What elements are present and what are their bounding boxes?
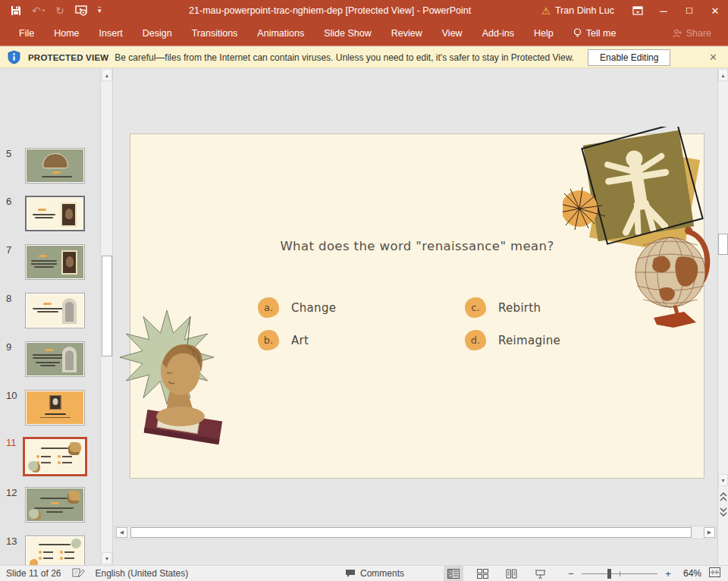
language-indicator[interactable]: English (United States) bbox=[96, 568, 189, 579]
tab-design[interactable]: Design bbox=[133, 21, 182, 46]
tab-view[interactable]: View bbox=[432, 21, 472, 46]
statusbar: Slide 11 of 26 English (United States) C… bbox=[0, 565, 728, 581]
tab-insert[interactable]: Insert bbox=[89, 21, 133, 46]
scroll-down-icon[interactable]: ▼ bbox=[718, 474, 728, 486]
statusbar-left: Slide 11 of 26 English (United States) bbox=[0, 567, 188, 580]
slide-number: 11 bbox=[6, 437, 17, 448]
slide-number: 10 bbox=[6, 390, 17, 401]
titlebar-right: ⚠ Tran Dinh Luc ─ ☐ ✕ bbox=[531, 0, 728, 21]
quick-access-toolbar: ↶▾ ↻ ▾– bbox=[0, 4, 129, 17]
account-name: Tran Dinh Luc bbox=[555, 5, 614, 16]
option-text: Rebirth bbox=[498, 301, 541, 315]
reading-view-button[interactable] bbox=[501, 566, 521, 581]
tab-addins[interactable]: Add-ins bbox=[472, 21, 524, 46]
slide-sorter-view-button[interactable] bbox=[472, 566, 492, 581]
customize-quick-access-icon[interactable]: ▾– bbox=[98, 4, 102, 17]
slide-number: 8 bbox=[6, 293, 11, 304]
slide-number: 13 bbox=[6, 535, 17, 547]
normal-view-button[interactable] bbox=[444, 566, 463, 581]
spellcheck-icon[interactable] bbox=[72, 567, 85, 580]
horizontal-scrollbar[interactable]: ◀ ▶ bbox=[115, 526, 717, 539]
slide-number: 7 bbox=[6, 244, 11, 256]
slide-number: 9 bbox=[6, 341, 11, 353]
thumb-scroll-thumb[interactable] bbox=[102, 256, 112, 356]
tell-me-box[interactable]: Tell me bbox=[563, 21, 626, 46]
maximize-button[interactable]: ☐ bbox=[676, 0, 702, 21]
comments-label: Comments bbox=[360, 568, 404, 579]
ribbon-tabs: File Home Insert Design Transitions Anim… bbox=[0, 21, 728, 46]
zoom-slider-thumb[interactable] bbox=[607, 569, 611, 579]
comments-button[interactable]: Comments bbox=[345, 568, 404, 579]
option-letter-badge: b. bbox=[258, 330, 279, 350]
undo-icon: ↶▾ bbox=[32, 4, 45, 17]
zoom-controls: − + bbox=[566, 568, 673, 579]
save-icon[interactable] bbox=[11, 4, 21, 17]
vertical-scroll-thumb[interactable] bbox=[718, 234, 728, 255]
option-letter-badge: d. bbox=[465, 330, 486, 350]
account-warning-icon: ⚠ bbox=[541, 6, 551, 16]
redo-icon: ↻ bbox=[55, 4, 64, 17]
scroll-up-icon[interactable]: ▲ bbox=[718, 69, 728, 81]
slide-canvas-area: What does the word "renaissance" mean? a… bbox=[112, 68, 717, 565]
tab-home[interactable]: Home bbox=[44, 21, 89, 46]
protected-view-banner: PROTECTED VIEW Be careful—files from the… bbox=[0, 47, 728, 68]
share-person-icon bbox=[673, 29, 682, 38]
document-title: 21-mau-powerpoint-trac-nghiem-dep [Prote… bbox=[129, 5, 531, 16]
close-button[interactable]: ✕ bbox=[702, 0, 728, 21]
share-label: Share bbox=[686, 28, 711, 39]
workspace: 5 6 7 8 bbox=[0, 68, 728, 565]
info-shield-icon bbox=[8, 50, 20, 64]
protected-view-label: PROTECTED VIEW bbox=[28, 53, 108, 62]
answer-option-d[interactable]: d. Reimagine bbox=[465, 330, 560, 350]
thumb-scroll-down-icon[interactable]: ▼ bbox=[102, 552, 112, 564]
option-text: Reimagine bbox=[498, 334, 560, 347]
thumbnail-scrollbar[interactable]: ▲ ▼ bbox=[100, 68, 112, 565]
option-letter-badge: a. bbox=[258, 297, 279, 318]
statue-bust-artwork bbox=[120, 303, 241, 447]
share-button: Share bbox=[673, 28, 728, 39]
enable-editing-button[interactable]: Enable Editing bbox=[588, 49, 670, 66]
option-letter-badge: c. bbox=[465, 297, 486, 318]
answer-option-b[interactable]: b. Art bbox=[258, 330, 309, 350]
next-slide-icon[interactable] bbox=[718, 505, 728, 519]
thumb-scroll-up-icon[interactable]: ▲ bbox=[102, 69, 112, 81]
slide-indicator[interactable]: Slide 11 of 26 bbox=[6, 568, 61, 579]
previous-slide-icon[interactable] bbox=[718, 490, 728, 504]
zoom-out-icon[interactable]: − bbox=[566, 568, 576, 579]
ribbon-display-options-icon[interactable] bbox=[625, 0, 651, 21]
scroll-right-icon[interactable]: ▶ bbox=[704, 527, 715, 538]
lightbulb-icon bbox=[573, 28, 582, 39]
slide-number: 5 bbox=[6, 148, 11, 159]
slide-number: 6 bbox=[6, 196, 11, 207]
tab-transitions[interactable]: Transitions bbox=[182, 21, 248, 46]
scroll-left-icon[interactable]: ◀ bbox=[116, 527, 127, 538]
tab-review[interactable]: Review bbox=[381, 21, 432, 46]
powerpoint-window: ↶▾ ↻ ▾– 21-mau-powerpoint-trac-nghiem-de… bbox=[0, 0, 728, 581]
tab-slideshow[interactable]: Slide Show bbox=[314, 21, 381, 46]
account-area[interactable]: ⚠ Tran Dinh Luc bbox=[531, 5, 625, 16]
tab-help[interactable]: Help bbox=[524, 21, 563, 46]
slideshow-view-button[interactable] bbox=[530, 566, 550, 581]
minimize-button[interactable]: ─ bbox=[651, 0, 676, 21]
zoom-slider[interactable] bbox=[582, 573, 657, 574]
tell-me-label: Tell me bbox=[586, 28, 617, 39]
option-text: Change bbox=[291, 301, 336, 315]
zoom-in-icon[interactable]: + bbox=[664, 568, 673, 579]
protected-view-message: Be careful—files from the Internet can c… bbox=[115, 52, 574, 63]
option-text: Art bbox=[291, 334, 309, 347]
tab-file[interactable]: File bbox=[9, 21, 44, 46]
answer-option-c[interactable]: c. Rebirth bbox=[465, 297, 541, 318]
comment-icon bbox=[345, 569, 356, 578]
banner-close-icon[interactable]: ✕ bbox=[709, 52, 717, 63]
vertical-scrollbar[interactable]: ▲ ▼ bbox=[717, 68, 728, 565]
zoom-level[interactable]: 64% bbox=[676, 568, 701, 579]
fit-slide-to-window-icon[interactable] bbox=[709, 567, 720, 579]
slide-thumbnail-panel: 5 6 7 8 bbox=[0, 68, 100, 565]
tab-animations[interactable]: Animations bbox=[247, 21, 314, 46]
answer-option-a[interactable]: a. Change bbox=[258, 297, 336, 318]
quiz-question[interactable]: What does the word "renaissance" mean? bbox=[130, 239, 704, 253]
start-slideshow-icon[interactable] bbox=[75, 4, 87, 17]
statusbar-right: Comments − + 64% bbox=[345, 566, 728, 581]
horizontal-scroll-thumb[interactable] bbox=[130, 527, 692, 538]
slide-11-editing-surface[interactable]: What does the word "renaissance" mean? a… bbox=[130, 133, 704, 479]
